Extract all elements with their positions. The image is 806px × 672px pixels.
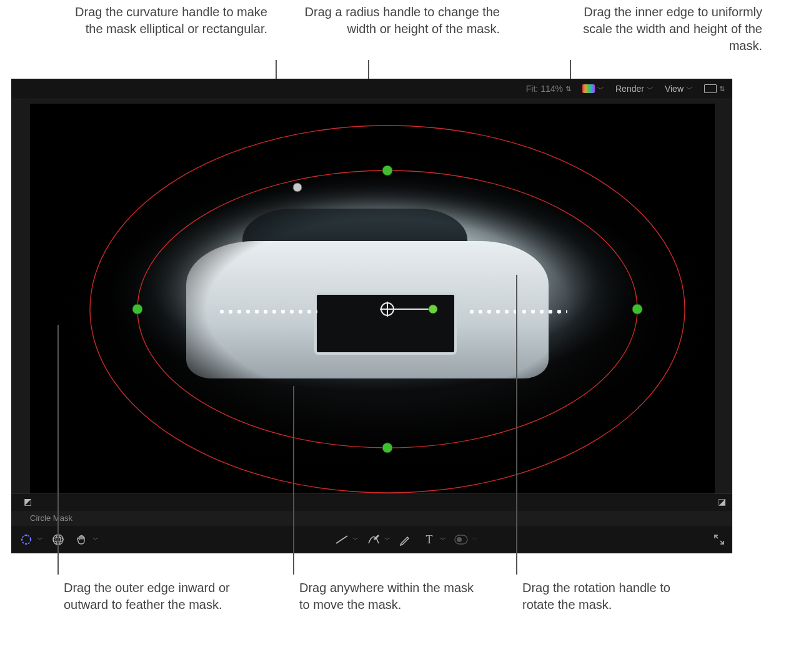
updown-icon: ⇅ xyxy=(565,85,571,93)
selected-object-name: Circle Mask xyxy=(30,513,72,523)
callout-outer-edge: Drag the outer edge inward or outward to… xyxy=(64,580,251,613)
chevron-down-icon[interactable]: ﹀ xyxy=(37,535,43,544)
zoom-fit-control[interactable]: Fit: 114% ⇅ xyxy=(526,84,571,94)
viewer-window: Fit: 114% ⇅ ﹀ Render ﹀ View ﹀ ⇅ xyxy=(11,79,732,553)
chevron-down-icon: ﹀ xyxy=(597,84,604,94)
frame-icon xyxy=(704,84,717,93)
leader-move xyxy=(293,386,294,575)
chevron-down-icon[interactable]: ﹀ xyxy=(384,535,391,544)
line-tool[interactable] xyxy=(333,531,351,548)
svg-point-4 xyxy=(21,539,23,541)
view-label: View xyxy=(665,84,684,94)
color-channels-menu[interactable]: ﹀ xyxy=(582,84,604,94)
callout-radius: Drag a radius handle to change the width… xyxy=(300,4,500,37)
svg-point-6 xyxy=(26,535,27,536)
leader-rotate xyxy=(516,275,517,575)
render-label: Render xyxy=(615,84,644,94)
viewer-topbar: Fit: 114% ⇅ ﹀ Render ﹀ View ﹀ ⇅ xyxy=(11,79,732,99)
callout-curvature: Drag the curvature handle to make the ma… xyxy=(61,4,267,37)
chevron-down-icon[interactable]: ﹀ xyxy=(92,535,99,544)
render-menu[interactable]: Render ﹀ xyxy=(615,84,654,94)
svg-line-11 xyxy=(336,536,347,543)
hand-tool[interactable] xyxy=(73,531,91,548)
paint-tool[interactable] xyxy=(397,531,414,548)
svg-point-13 xyxy=(457,537,462,542)
chevron-down-icon[interactable]: ﹀ xyxy=(440,535,446,544)
view-menu[interactable]: View ﹀ xyxy=(665,84,693,94)
out-point-icon[interactable]: ◪ xyxy=(718,497,726,506)
color-swatch-icon xyxy=(582,84,595,93)
chevron-down-icon: ﹀ xyxy=(647,84,654,94)
updown-icon: ⇅ xyxy=(719,85,725,93)
enter-fullscreen-button[interactable] xyxy=(712,533,726,546)
chevron-down-icon: ﹀ xyxy=(686,84,693,94)
callout-rotate: Drag the rotation handle to rotate the m… xyxy=(522,580,697,613)
chevron-down-icon[interactable]: ﹀ xyxy=(472,535,478,544)
svg-point-5 xyxy=(30,539,32,541)
canvas-image xyxy=(30,104,715,493)
filter-mask-tool[interactable] xyxy=(452,531,470,548)
in-point-icon[interactable]: ◩ xyxy=(24,497,32,506)
play-range-strip: ◩ ◪ xyxy=(11,493,732,512)
fit-label: Fit: xyxy=(526,84,538,94)
path-tool[interactable] xyxy=(365,531,382,548)
leader-outer-edge xyxy=(57,325,59,575)
callout-move: Drag anywhere within the mask to move th… xyxy=(299,580,474,613)
selected-object-strip: Circle Mask xyxy=(11,511,732,526)
viewer-canvas[interactable] xyxy=(30,104,715,493)
svg-point-3 xyxy=(22,535,31,544)
canvas-toolbar: ﹀ ﹀ ﹀ ﹀ T ﹀ xyxy=(11,526,732,553)
callout-inner-edge: Drag the inner edge to uniformly scale t… xyxy=(562,4,762,54)
zoom-value: 114% xyxy=(540,84,563,94)
shape-mask-tool[interactable] xyxy=(17,531,35,548)
chevron-down-icon[interactable]: ﹀ xyxy=(352,535,359,544)
aspect-menu[interactable]: ⇅ xyxy=(704,84,725,93)
svg-point-7 xyxy=(26,543,27,545)
text-tool[interactable]: T xyxy=(420,531,438,548)
